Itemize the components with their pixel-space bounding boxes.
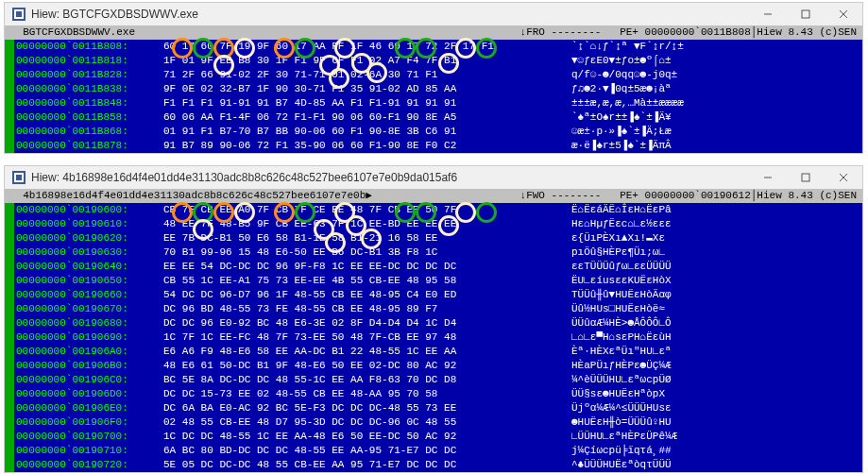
hex-window-2: Hiew: 4b16898e16d4f4e01dd4e31130adc8b8c6… (4, 165, 863, 473)
bytes-cell: F1 F1 F1 91-91 91 B7 4D-85 AA F1 F1-91 9… (163, 96, 571, 110)
hex-row: 00000000`00190690:1C 7F 1C EE-FC 48 7F 7… (5, 330, 862, 345)
ascii-cell: pıÖû§HÈPε¶Üı;ω∟ (571, 245, 669, 260)
window-controls-1 (749, 3, 862, 25)
bytes-cell: 60 17 60 7F 19 9F 60 17 AA FF 1F 46 60 1… (163, 40, 571, 54)
hex-row: 00000000`00190600:CB 7F CB EE A0 7F CB 7… (5, 203, 862, 217)
close-button[interactable] (825, 3, 862, 25)
header-line-1: BGTCFGXDBSDWWV.exe ↓FRO -------- PE+ 000… (5, 25, 862, 40)
ascii-cell: ∟ÜÜHU∟εªHÈPεÜPê¼Æ (571, 430, 681, 444)
hex-row: 00000000`0011B848:F1 F1 F1 91-91 91 B7 4… (5, 96, 862, 110)
hex-row: 00000000`001906D0:DC DC 15-73 EE 02 48-5… (5, 387, 862, 401)
address-cell: 00000000`0011B858: (14, 110, 163, 125)
bytes-cell: 71 2F 66 91-02 2F 30 71-71 01 02-6A 30 7… (163, 68, 571, 82)
maximize-button[interactable] (787, 3, 825, 25)
hex-row: 00000000`001906C0:BC 5E 8A DC-DC DC 48 5… (5, 373, 862, 387)
bytes-cell: 48 E6 61 50-DC B1 9F 48-E6 50 EE 02-DC 8… (163, 359, 571, 373)
address-cell: 00000000`00190710: (14, 444, 163, 458)
header-right: ↓FRO -------- PE+ 00000000`0011B808│Hiew… (520, 25, 857, 40)
bytes-cell: 1C DC DC 48-55 1C EE AA-48 E6 50 EE-DC 5… (163, 430, 571, 444)
bytes-cell: 70 B1 99-96 15 48 E6-50 EE B6 DC-B1 3B F… (163, 245, 571, 260)
address-cell: 00000000`00190680: (14, 316, 163, 330)
bytes-cell: E6 A6 F9 48-E6 58 EE AA-DC B1 22 48-55 1… (163, 345, 571, 359)
bytes-cell: 91 B7 89 90-06 72 F1 35-90 06 60 F1-90 8… (163, 139, 571, 153)
hex-row: 00000000`00190720:5E 05 DC DC-DC 48 55 C… (5, 458, 862, 472)
window-title-2: Hiew: 4b16898e16d4f4e01dd4e31130adc8b8c6… (31, 171, 457, 184)
ascii-cell: ±±±æ,æ,æ,…Mà±±ææææ (571, 96, 688, 110)
bytes-cell: 5E 05 DC DC-DC 48 55 CB-EE AA 95 71-E7 D… (163, 458, 571, 472)
address-cell: 00000000`0011B848: (14, 96, 163, 110)
hex-row: 00000000`0011B828:71 2F 66 91-02 2F 30 7… (5, 68, 862, 82)
hex-row: 00000000`0011B858:60 06 AA F1-4F 06 72 F… (5, 110, 862, 125)
hex-row: 00000000`0011B878:91 B7 89 90-06 72 F1 3… (5, 139, 862, 153)
bytes-cell: 6A BC 80 BD-DC DC DC 48-55 EE AA-95 71-E… (163, 444, 571, 458)
svg-rect-11 (802, 174, 809, 181)
hex-row: 00000000`00190610:48 EE 7F 48-B5 9F CB E… (5, 217, 862, 231)
hex-row: 00000000`001906F0:02 48 55 CB-EE 48 D7 9… (5, 415, 862, 430)
ascii-cell: Üjºα¼Æ¼^≤ÜÜÜHUsε (571, 401, 675, 415)
bytes-cell: 9F 0E 02 32-B7 1F 90 30-71 F1 35 91-02 A… (163, 82, 571, 96)
bytes-cell: DC DC 15-73 EE 02 48-55 CB EE 48-AA 95 7… (163, 387, 571, 401)
ascii-cell: Ë⌂ËεáÄË⌂ÎεH⌂ËεPâ (571, 203, 675, 217)
ascii-cell: TÜÜû╫û▼HUËεHòÄαφ (571, 288, 675, 302)
address-cell: 00000000`00190610: (14, 217, 163, 231)
hex-row: 00000000`0011B838:9F 0E 02 32-B7 1F 90 3… (5, 82, 862, 96)
titlebar-2[interactable]: Hiew: 4b16898e16d4f4e01dd4e31130adc8b8c6… (5, 166, 862, 189)
ascii-cell: j¼Çíωcpü╞ïqτá¸## (571, 444, 675, 458)
titlebar-1[interactable]: Hiew: BGTCFGXDBSDWWV.exe (5, 3, 862, 25)
window-controls-2 (749, 166, 862, 189)
hex-row: 00000000`00190710:6A BC 80 BD-DC DC DC 4… (5, 444, 862, 458)
address-cell: 00000000`0011B808: (14, 40, 163, 54)
bytes-cell: CB 55 1C EE-A1 75 73 EE-EE 4B 55 CB-EE 4… (163, 274, 571, 288)
hex-row: 00000000`00190670:DC 96 BD 48-55 73 FE 4… (5, 302, 862, 316)
ascii-cell: ▼☺ƒεE0▼±ƒo±☻º⌠⌂± (571, 54, 675, 68)
hex-window-1: Hiew: BGTCFGXDBSDWWV.exe BGTCFGXDBSDWWV.… (4, 2, 863, 154)
address-cell: 00000000`00190660: (14, 288, 163, 302)
bytes-cell: 1C 7F 1C EE-FC 48 7F 73-EE 50 48 7F-CB E… (163, 330, 571, 345)
hex-row: 00000000`001906E0:DC 6A BA E0-AC 92 BC 5… (5, 401, 862, 415)
address-cell: 00000000`001906A0: (14, 345, 163, 359)
app-icon (12, 171, 26, 184)
ascii-cell: ☻HUËεH╫ò=ÜÜÜû♀HU (571, 415, 675, 430)
ascii-cell: ÜÜ§sε☻HUËεHªòpX (571, 387, 669, 401)
address-cell: 00000000`00190640: (14, 260, 163, 274)
hex-viewport-2[interactable]: 00000000`00190600:CB 7F CB EE A0 7F CB 7… (5, 203, 862, 472)
minimize-button[interactable] (749, 166, 787, 189)
header-right: ↓FWO -------- PE+ 00000000`00190612│Hiew… (520, 189, 857, 203)
minimize-button[interactable] (749, 3, 787, 25)
address-cell: 00000000`00190650: (14, 274, 163, 288)
bytes-cell: DC DC 96 E0-92 BC 48 E6-3E 02 8F D4-D4 D… (163, 316, 571, 330)
bytes-cell: BC 5E 8A DC-DC DC 48 55-1C EE AA F8-63 7… (163, 373, 571, 387)
address-cell: 00000000`0011B868: (14, 125, 163, 139)
bytes-cell: 1F 01 9F EE B8 30 1F F1 9F 6F F1 02 A7 F… (163, 54, 571, 68)
hex-row: 00000000`00190680:DC DC 96 E0-92 BC 48 E… (5, 316, 862, 330)
address-cell: 00000000`0011B828: (14, 68, 163, 82)
ascii-cell: ε{ÜıPÈXı▲Xı!▬Xε (571, 231, 669, 245)
bytes-cell: EE 7B DC-B1 50 E6 58 B1-1E 58 B1-21 16 5… (163, 231, 571, 245)
address-cell: 00000000`00190630: (14, 245, 163, 260)
maximize-button[interactable] (787, 166, 825, 189)
bytes-cell: 60 06 AA F1-4F 06 72 F1-F1 90 06 60-F1 9… (163, 110, 571, 125)
hex-row: 00000000`00190650:CB 55 1C EE-A1 75 73 E… (5, 274, 862, 288)
ascii-cell: æ·ë▐♠r±5▐♠`±▐ÄπÂ (571, 139, 675, 153)
bytes-cell: DC 96 BD 48-55 73 FE 48-55 CB EE 48-95 8… (163, 302, 571, 316)
window-title-1: Hiew: BGTCFGXDBSDWWV.exe (31, 8, 198, 21)
address-cell: 00000000`001906D0: (14, 387, 163, 401)
address-cell: 00000000`00190700: (14, 430, 163, 444)
address-cell: 00000000`001906F0: (14, 415, 163, 430)
ascii-cell: ÜÜûαÆ¼HÈ>☻ÅÔÔÔ∟Ô (571, 316, 675, 330)
bytes-cell: 01 91 F1 B7-70 B7 BB 90-06 60 F1 90-8E 3… (163, 125, 571, 139)
address-cell: 00000000`0011B878: (14, 139, 163, 153)
ascii-cell: ƒ♫☻2·▼▐0q±5æ☻¡àª (571, 82, 675, 96)
ascii-cell: ☺æ±·p·»▐♠`±▐Ä;Łæ (571, 125, 675, 139)
ascii-cell: ËU∟εíusεεKUËεHòX (571, 274, 675, 288)
ascii-cell: ∟⌂∟ε▀H⌂sεPH⌂ËεùH (571, 330, 675, 345)
address-cell: 00000000`00190720: (14, 458, 163, 472)
bytes-cell: 54 DC DC 96-D7 96 1F 48-55 CB EE 48-95 C… (163, 288, 571, 302)
close-button[interactable] (825, 166, 862, 189)
hex-row: 00000000`00190640:EE EE 54 DC-DC DC 96 9… (5, 260, 862, 274)
bytes-cell: EE EE 54 DC-DC DC 96 9F-F8 1C EE EE-DC D… (163, 260, 571, 274)
svg-rect-2 (16, 11, 22, 17)
address-cell: 00000000`0011B838: (14, 82, 163, 96)
hex-viewport-1[interactable]: 00000000`0011B808:60 17 60 7F 19 9F 60 1… (5, 40, 862, 153)
hex-row: 00000000`001906B0:48 E6 61 50-DC B1 9F 4… (5, 359, 862, 373)
